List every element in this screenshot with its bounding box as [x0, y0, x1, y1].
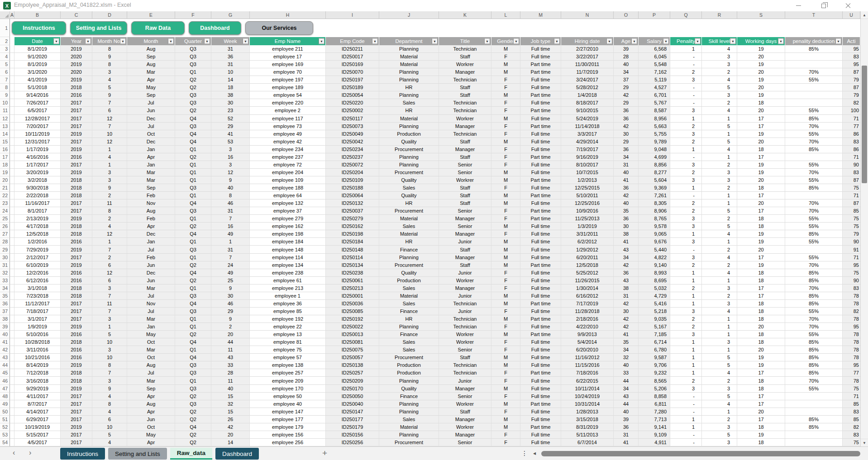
cell[interactable]: Manager	[439, 230, 491, 238]
cell[interactable]: 2017	[61, 199, 92, 207]
cell[interactable]: 75	[843, 223, 860, 230]
cell[interactable]: 6,568	[639, 45, 670, 53]
cell[interactable]: ID250156	[326, 431, 379, 439]
cell[interactable]: 7	[92, 308, 127, 315]
cell[interactable]: Staff	[439, 261, 491, 269]
cell[interactable]: 4/5/2017	[14, 439, 61, 446]
cell[interactable]: 4,911	[639, 439, 670, 446]
cell[interactable]: 1/28/2013	[561, 408, 614, 416]
cell[interactable]: 78	[843, 300, 860, 308]
cell[interactable]: Mar	[127, 346, 175, 354]
column-filter-header-month-no[interactable]: Month No.▼	[92, 37, 127, 45]
column-header-a[interactable]: A	[10, 11, 14, 19]
cell[interactable]: 20	[211, 431, 250, 439]
cell[interactable]: 7	[92, 99, 127, 107]
cell[interactable]: Workrer	[439, 338, 491, 346]
cell[interactable]: Staff	[439, 84, 491, 91]
cell[interactable]: 82	[843, 308, 860, 315]
cell[interactable]: 5,119	[639, 76, 670, 84]
cell[interactable]: 5,440	[639, 246, 670, 253]
cell[interactable]: 9,232	[639, 369, 670, 377]
cell[interactable]: 18	[737, 215, 785, 223]
cell[interactable]: Part time	[520, 369, 561, 377]
cell[interactable]: 8/1/2017	[14, 207, 61, 215]
cell[interactable]	[10, 84, 14, 91]
cell[interactable]: Q3	[175, 292, 211, 300]
cell[interactable]: 55%	[785, 130, 843, 138]
row-number[interactable]: 28	[0, 238, 10, 246]
filter-dropdown-icon[interactable]: ▼	[631, 38, 637, 44]
cell[interactable]: 95	[843, 261, 860, 269]
cell[interactable]: 18	[211, 84, 250, 91]
cell[interactable]	[10, 254, 14, 261]
cell[interactable]: Q3	[175, 385, 211, 393]
cell[interactable]: 87	[843, 176, 860, 184]
cell[interactable]: employee 72	[250, 161, 326, 169]
cell[interactable]: 11	[92, 300, 127, 308]
cell[interactable]: 34	[614, 153, 639, 161]
cell[interactable]: 9	[92, 53, 127, 61]
cell[interactable]: 83	[843, 431, 860, 439]
cell[interactable]: 36	[614, 215, 639, 223]
cell[interactable]: 17	[737, 285, 785, 292]
cell[interactable]: Senior	[439, 393, 491, 400]
cell[interactable]: ID250054	[326, 91, 379, 99]
cell[interactable]: Planning	[379, 254, 439, 261]
cell[interactable]: employee 170	[250, 385, 326, 393]
cell[interactable]: 70%	[785, 261, 843, 269]
cell[interactable]: 70%	[785, 138, 843, 146]
column-filter-header-emp-name[interactable]: Emp Name▼	[250, 37, 326, 45]
cell[interactable]: Senior	[439, 161, 491, 169]
cell[interactable]: Full time	[520, 146, 561, 153]
cell[interactable]: 40	[614, 199, 639, 207]
row-number[interactable]: 18	[0, 161, 10, 169]
cell[interactable]: 5/4/2014	[561, 338, 614, 346]
cell[interactable]: Workrer	[439, 176, 491, 184]
cell[interactable]: 1	[670, 416, 702, 423]
cell[interactable]: Part time	[520, 315, 561, 323]
cell[interactable]: 38	[614, 230, 639, 238]
cell[interactable]: 83	[843, 285, 860, 292]
cell[interactable]: 78	[843, 292, 860, 300]
cell[interactable]: M	[491, 292, 520, 300]
cell[interactable]: Feb	[127, 215, 175, 223]
cell[interactable]: 29	[614, 138, 639, 146]
cell[interactable]: ID250192	[326, 315, 379, 323]
row-number[interactable]: 33	[0, 277, 10, 285]
cell[interactable]: employee 156	[250, 431, 326, 439]
cell[interactable]: 82	[843, 99, 860, 107]
cell[interactable]: 20	[737, 176, 785, 184]
cell[interactable]: employee 2	[250, 107, 326, 114]
cell[interactable]: F	[491, 377, 520, 384]
cell[interactable]: 19	[737, 130, 785, 138]
cell[interactable]	[785, 61, 843, 68]
cell[interactable]: 42	[614, 261, 639, 269]
cell[interactable]: employee 57	[250, 354, 326, 361]
cell[interactable]: 5,218	[639, 308, 670, 315]
row-number[interactable]: 47	[0, 385, 10, 393]
cell[interactable]: Q2	[175, 331, 211, 338]
cell[interactable]: 3/3/2017	[561, 130, 614, 138]
cell[interactable]: Q2	[175, 408, 211, 416]
cell[interactable]: 10/19/2019	[14, 423, 61, 431]
cell[interactable]: 9,706	[639, 361, 670, 369]
cell[interactable]	[10, 146, 14, 153]
cell[interactable]: 75	[843, 269, 860, 277]
row-number[interactable]: 52	[0, 423, 10, 431]
cell[interactable]: 2	[670, 261, 702, 269]
cell[interactable]: 4	[702, 45, 737, 53]
vertical-scrollbar[interactable]: ▲ ▼	[860, 11, 868, 446]
column-header-s[interactable]: S	[737, 11, 785, 19]
cell[interactable]: 5	[702, 431, 737, 439]
cell[interactable]: F	[491, 153, 520, 161]
cell[interactable]: M	[491, 315, 520, 323]
cell[interactable]: 18	[737, 300, 785, 308]
cell[interactable]: 2	[702, 292, 737, 300]
nav-button-raw-data[interactable]: Raw Data	[131, 21, 185, 35]
cell[interactable]: Full time	[520, 385, 561, 393]
cell[interactable]: 4/17/2018	[14, 223, 61, 230]
cell[interactable]: 20	[737, 323, 785, 331]
cell[interactable]: 1	[702, 277, 737, 285]
cell[interactable]: Full time	[520, 84, 561, 91]
cell[interactable]	[785, 408, 843, 416]
